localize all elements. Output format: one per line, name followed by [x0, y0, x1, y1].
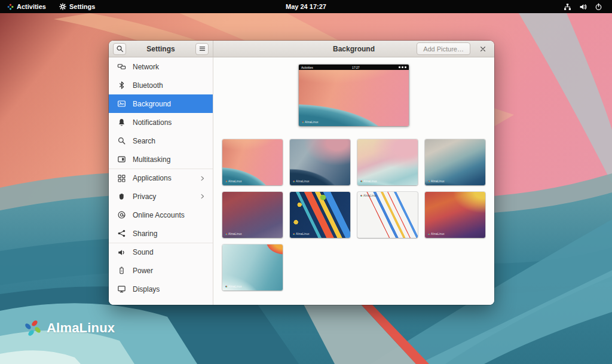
watermark: AlmaLinux: [225, 285, 242, 288]
volume-icon: [579, 3, 587, 11]
activities-button[interactable]: Activities: [7, 3, 46, 10]
watermark-logo-icon: [225, 181, 227, 182]
watermark: AlmaLinux: [225, 180, 242, 183]
hamburger-menu-icon: [198, 45, 206, 53]
watermark-logo-icon: [428, 233, 430, 235]
sidebar-item-displays[interactable]: Displays: [109, 280, 213, 298]
battery-icon: [117, 266, 126, 275]
wallpaper-thumbnail[interactable]: AlmaLinux: [222, 139, 283, 185]
sidebar-item-search[interactable]: Search: [109, 131, 213, 150]
settings-sidebar: Network Bluetooth Background: [109, 57, 213, 305]
gear-icon: [59, 3, 66, 10]
settings-window: Settings Background Add Picture…: [109, 41, 494, 305]
watermark-logo-icon: [302, 121, 304, 123]
sidebar-item-label: Sound: [133, 248, 206, 256]
close-icon: [479, 45, 486, 53]
network-icon: [564, 3, 571, 11]
sidebar-item-label: Displays: [133, 285, 206, 293]
bluetooth-icon: [117, 81, 126, 90]
sidebar-item-label: Multitasking: [133, 155, 206, 164]
wallpaper-grid: AlmaLinux AlmaLinux AlmaLinux AlmaLinux …: [222, 139, 485, 290]
sidebar-item-label: Bluetooth: [133, 81, 206, 90]
clock-label[interactable]: May 24 17:27: [286, 3, 326, 10]
search-icon: [117, 136, 126, 145]
watermark: AlmaLinux: [360, 194, 377, 197]
wallpaper-thumbnail[interactable]: AlmaLinux: [425, 192, 485, 238]
sidebar-item-sharing[interactable]: Sharing: [109, 224, 213, 243]
content-headerbar: Background Add Picture…: [213, 41, 494, 57]
wallpaper-thumbnail[interactable]: AlmaLinux: [222, 192, 283, 238]
sidebar-item-sound[interactable]: Sound: [109, 243, 213, 261]
preview-mini-topbar: Activities 17:27: [299, 65, 409, 70]
primary-menu-button[interactable]: [195, 43, 209, 55]
watermark: AlmaLinux: [302, 121, 319, 124]
sidebar-item-label: Applications: [133, 174, 192, 182]
watermark-logo-icon: [428, 181, 430, 182]
current-background-preview[interactable]: Activities 17:27 AlmaLinux: [299, 65, 409, 126]
preview-clock-label: 17:27: [352, 66, 360, 69]
background-panel: Activities 17:27 AlmaLinux AlmaLinux Alm…: [213, 57, 494, 305]
sidebar-item-network[interactable]: Network: [109, 57, 213, 76]
search-button[interactable]: [113, 43, 126, 55]
multitasking-icon: [117, 155, 126, 164]
sidebar-item-notifications[interactable]: Notifications: [109, 113, 213, 131]
preview-wallpaper-image: AlmaLinux: [299, 70, 409, 126]
power-icon: [595, 3, 602, 11]
sidebar-headerbar: Settings: [109, 41, 213, 57]
sidebar-item-bluetooth[interactable]: Bluetooth: [109, 76, 213, 94]
watermark: AlmaLinux: [225, 233, 242, 235]
chevron-right-icon: [199, 175, 206, 182]
chevron-right-icon: [199, 193, 206, 200]
preview-status-icons: [399, 66, 406, 68]
activities-label: Activities: [17, 3, 46, 10]
bell-icon: [117, 118, 126, 127]
share-icon: [117, 229, 126, 238]
sidebar-item-privacy[interactable]: Privacy: [109, 187, 213, 206]
wallpaper-thumbnail[interactable]: AlmaLinux: [290, 139, 350, 185]
watermark: AlmaLinux: [293, 233, 310, 235]
focused-app-label: Settings: [69, 3, 95, 10]
sidebar-item-label: Network: [133, 63, 206, 71]
sidebar-item-background[interactable]: Background: [109, 94, 213, 113]
watermark-logo-icon: [360, 181, 362, 182]
wallpaper-thumbnail[interactable]: AlmaLinux: [222, 244, 283, 290]
sidebar-item-label: Sharing: [133, 230, 206, 238]
network-icon: [117, 62, 126, 71]
wallpaper-thumbnail[interactable]: AlmaLinux: [290, 192, 350, 238]
sidebar-item-label: Background: [133, 100, 206, 108]
window-headerbar: Settings Background Add Picture…: [109, 41, 494, 57]
almalinux-mini-logo-icon: [7, 4, 14, 10]
watermark-logo-icon: [360, 195, 362, 197]
system-status-area[interactable]: [564, 3, 612, 11]
wallpaper-thumbnail[interactable]: AlmaLinux: [357, 192, 418, 238]
at-icon: [117, 210, 126, 219]
wallpaper-thumbnail[interactable]: AlmaLinux: [425, 139, 485, 185]
search-icon: [116, 45, 124, 53]
watermark-logo-icon: [293, 181, 295, 182]
hand-icon: [117, 192, 126, 201]
top-bar: Activities Settings May 24 17:27: [0, 0, 612, 13]
watermark-logo-icon: [225, 286, 227, 287]
wallpaper-thumbnail[interactable]: AlmaLinux: [357, 139, 418, 185]
add-picture-button[interactable]: Add Picture…: [417, 42, 470, 55]
close-window-button[interactable]: [478, 44, 488, 54]
focused-app-menu[interactable]: Settings: [59, 3, 95, 10]
sidebar-item-multitasking[interactable]: Multitasking: [109, 150, 213, 169]
wallpaper-icon: [117, 99, 126, 108]
window-body: Network Bluetooth Background: [109, 57, 494, 305]
watermark: AlmaLinux: [360, 180, 377, 183]
sidebar-item-label: Privacy: [133, 192, 192, 201]
watermark: AlmaLinux: [428, 180, 445, 183]
window-title: Settings: [126, 45, 195, 53]
sidebar-item-power[interactable]: Power: [109, 261, 213, 280]
watermark-logo-icon: [225, 233, 227, 235]
almalinux-brand-label: AlmaLinux: [47, 320, 115, 336]
sidebar-item-label: Notifications: [133, 118, 206, 127]
almalinux-logo-icon: [24, 319, 42, 337]
desktop: Activities Settings May 24 17:27: [0, 0, 612, 364]
monitor-icon: [117, 285, 126, 293]
sidebar-item-online-accounts[interactable]: Online Accounts: [109, 206, 213, 224]
watermark: AlmaLinux: [428, 233, 445, 235]
sidebar-item-label: Power: [133, 267, 206, 275]
sidebar-item-applications[interactable]: Applications: [109, 169, 213, 187]
